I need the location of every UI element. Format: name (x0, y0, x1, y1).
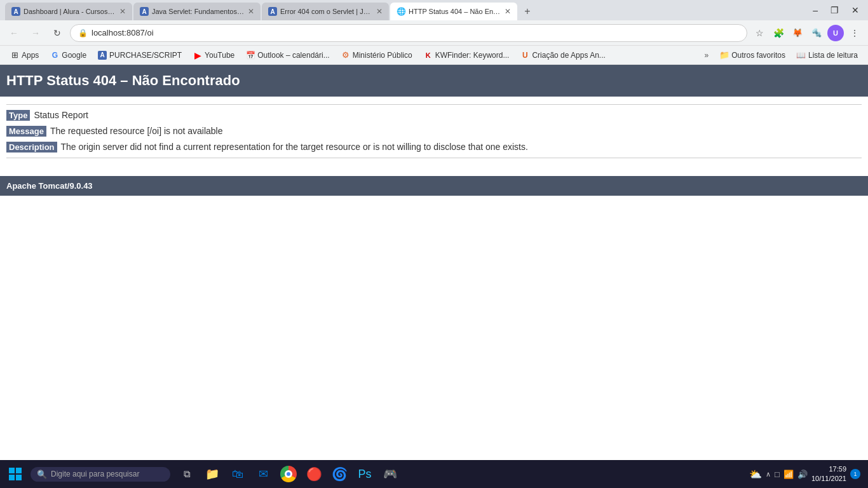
apps-icon: ⊞ (10, 51, 19, 60)
tab-1[interactable]: A Dashboard | Alura - Cursos onlin... ✕ (5, 3, 132, 20)
extension-icon[interactable]: 🧩 (770, 25, 787, 41)
restore-button[interactable]: ❐ (827, 4, 843, 17)
start-button[interactable] (3, 461, 28, 487)
bookmark-ministerio-label: Ministério Público (353, 51, 412, 60)
notification-badge[interactable]: 1 (850, 469, 860, 479)
outros-favoritos-label: Outros favoritos (731, 51, 785, 60)
network-icon[interactable]: 📶 (783, 470, 794, 479)
description-row: Description The origin server did not fi… (6, 139, 862, 155)
message-value: The requested resource [/oi] is not avai… (50, 126, 223, 136)
bookmark-ministerio[interactable]: ⚙ Ministério Público (336, 49, 417, 62)
youtube-icon: ▶ (193, 51, 202, 60)
taskbar-search[interactable]: 🔍 Digite aqui para pesquisar (31, 467, 170, 482)
lock-icon: 🔒 (78, 29, 88, 37)
bookmark-outlook[interactable]: 📅 Outlook – calendári... (241, 49, 334, 62)
tab-3-title: Error 404 com o Servlet | Java Se... (280, 8, 373, 15)
file-explorer-button[interactable]: 📁 (201, 463, 224, 485)
search-icon: 🔍 (37, 470, 47, 479)
minimize-button[interactable]: – (809, 4, 822, 17)
task-view-button[interactable]: ⧉ (175, 463, 198, 485)
search-placeholder: Digite aqui para pesquisar (51, 470, 139, 478)
taskbar: 🔍 Digite aqui para pesquisar ⧉ 📁 🛍 ✉ 🔴 🌀… (0, 460, 868, 488)
extra-app-button[interactable]: 🎮 (379, 463, 402, 485)
system-clock[interactable]: 17:59 10/11/2021 (811, 464, 846, 484)
ministerio-icon: ⚙ (341, 51, 350, 60)
reading-list-icon: 📖 (797, 51, 806, 60)
criacao-icon: U (520, 51, 529, 60)
close-button[interactable]: ✕ (848, 4, 863, 17)
bookmark-google[interactable]: G Google (45, 49, 92, 62)
outros-favoritos-button[interactable]: 📁 Outros favoritos (715, 49, 790, 62)
bookmark-purchase-script[interactable]: A PURCHASE/SCRIPT (93, 49, 187, 62)
titlebar: A Dashboard | Alura - Cursos onlin... ✕ … (0, 0, 868, 20)
outlook-icon: 📅 (246, 51, 255, 60)
bookmarks-bar: ⊞ Apps G Google A PURCHASE/SCRIPT ▶ YouT… (0, 46, 868, 65)
avatar-icon[interactable]: U (827, 25, 844, 41)
tab-2-title: Java Servlet: Fundamentos da pr... (152, 8, 245, 15)
tab-4[interactable]: 🌐 HTTP Status 404 – Não Encontra... ✕ (390, 3, 517, 20)
bookmark-kwfinder-label: KWFinder: Keyword... (435, 51, 510, 60)
window-controls: – ❐ ✕ (809, 4, 863, 17)
footer-text: Apache Tomcat/9.0.43 (6, 181, 93, 191)
bookmark-youtube[interactable]: ▶ YouTube (188, 49, 240, 62)
page-content: HTTP Status 404 – Não Encontrado Type St… (0, 65, 868, 196)
tab-4-title: HTTP Status 404 – Não Encontra... (409, 8, 501, 15)
new-tab-button[interactable]: + (519, 3, 536, 20)
firefox-button[interactable]: 🌀 (328, 463, 351, 485)
bookmark-outlook-label: Outlook – calendári... (257, 51, 329, 60)
google-icon: G (50, 51, 59, 60)
tab-1-close[interactable]: ✕ (119, 7, 126, 16)
reading-list-button[interactable]: 📖 Lista de leitura (792, 49, 863, 62)
tab-4-favicon: 🌐 (397, 7, 405, 16)
clock-date: 10/11/2021 (811, 474, 846, 484)
tab-1-title: Dashboard | Alura - Cursos onlin... (24, 8, 116, 15)
url-bar[interactable]: 🔒 localhost:8087/oi (70, 24, 747, 42)
mail-button[interactable]: ✉ (252, 463, 275, 485)
addressbar-icons: ☆ 🧩 🦊 🔩 U ⋮ (751, 25, 863, 41)
bookmark-criacao[interactable]: U Criação de Apps An... (515, 49, 610, 62)
photoshop-button[interactable]: Ps (353, 463, 376, 485)
extensions-icon[interactable]: 🔩 (808, 25, 825, 41)
more-bookmarks-button[interactable]: » (701, 49, 713, 62)
url-text: localhost:8087/oi (92, 28, 739, 37)
tray-hidden-icons[interactable]: □ (775, 470, 780, 479)
clock-time: 17:59 (811, 464, 846, 474)
chevron-icon[interactable]: ∧ (766, 470, 771, 478)
game-button[interactable]: 🔴 (302, 463, 325, 485)
tab-3[interactable]: A Error 404 com o Servlet | Java Se... ✕ (262, 3, 389, 20)
tab-2[interactable]: A Java Servlet: Fundamentos da pr... ✕ (133, 3, 261, 20)
chrome-button[interactable] (277, 463, 300, 485)
folder-icon: 📁 (720, 51, 729, 60)
store-button[interactable]: 🛍 (226, 463, 249, 485)
user-avatar: U (827, 25, 844, 41)
menu-button[interactable]: ⋮ (846, 25, 863, 41)
page-header: HTTP Status 404 – Não Encontrado (0, 65, 868, 97)
profile-avatar[interactable]: 🦊 (789, 25, 806, 41)
description-value: The origin server did not find a current… (61, 142, 528, 152)
taskbar-icons: ⧉ 📁 🛍 ✉ 🔴 🌀 Ps 🎮 (175, 463, 402, 485)
tab-3-close[interactable]: ✕ (376, 7, 383, 16)
tab-4-close[interactable]: ✕ (505, 7, 511, 16)
page-body: Type Status Report Message The requested… (0, 97, 868, 166)
page-title: HTTP Status 404 – Não Encontrado (6, 72, 862, 89)
type-row: Type Status Report (6, 107, 862, 123)
bookmark-kwfinder[interactable]: K KWFinder: Keyword... (419, 49, 515, 62)
refresh-button[interactable]: ↻ (48, 24, 66, 42)
back-button[interactable]: ← (5, 24, 23, 42)
page-footer: Apache Tomcat/9.0.43 (0, 176, 868, 196)
volume-icon[interactable]: 🔊 (797, 470, 808, 479)
divider-2 (6, 158, 862, 158)
forward-button[interactable]: → (27, 24, 44, 42)
kwfinder-icon: K (424, 51, 433, 60)
divider-1 (6, 104, 862, 105)
tab-2-close[interactable]: ✕ (248, 7, 254, 16)
weather-icon[interactable]: ⛅ (749, 468, 762, 480)
tab-3-favicon: A (268, 7, 277, 16)
bookmark-google-label: Google (62, 51, 86, 60)
windows-logo (9, 468, 22, 480)
address-bar: ← → ↻ 🔒 localhost:8087/oi ☆ 🧩 🦊 🔩 U ⋮ (0, 20, 868, 46)
purchase-script-icon: A (98, 51, 107, 60)
star-icon[interactable]: ☆ (751, 25, 768, 41)
bookmark-criacao-label: Criação de Apps An... (532, 51, 605, 60)
bookmark-apps[interactable]: ⊞ Apps (5, 49, 44, 62)
